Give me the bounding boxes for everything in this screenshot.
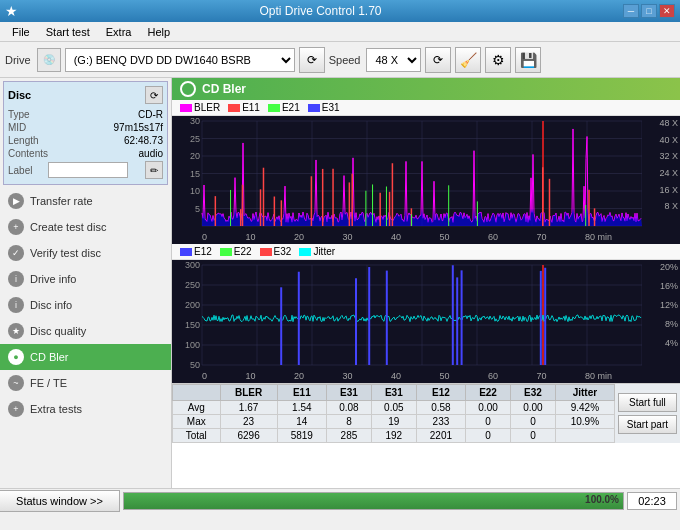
avg-e22: 0.00	[466, 401, 511, 415]
sidebar-item-verify-test-disc-label: Verify test disc	[30, 247, 101, 259]
drive-label: Drive	[5, 54, 31, 66]
menu-extra[interactable]: Extra	[98, 24, 140, 40]
sidebar-item-extra-tests[interactable]: + Extra tests	[0, 396, 171, 422]
action-buttons-area: Start full Start part	[615, 384, 680, 443]
jitter-label: Jitter	[313, 246, 335, 257]
chart-header: CD Bler	[172, 78, 680, 100]
sidebar-item-create-test-disc[interactable]: + Create test disc	[0, 214, 171, 240]
sidebar-item-drive-info-label: Drive info	[30, 273, 76, 285]
length-label: Length	[8, 135, 39, 146]
close-button[interactable]: ✕	[659, 4, 675, 18]
jitter-color	[299, 248, 311, 256]
disc-quality-icon: ★	[8, 323, 24, 339]
max-e31a: 8	[326, 415, 371, 429]
total-bler: 6296	[220, 429, 277, 443]
content-area: CD Bler BLER E11 E21 E31	[172, 78, 680, 488]
table-row-avg: Avg 1.67 1.54 0.08 0.05 0.58 0.00 0.00 9…	[173, 401, 615, 415]
table-row-total: Total 6296 5819 285 192 2201 0 0	[173, 429, 615, 443]
menu-help[interactable]: Help	[139, 24, 178, 40]
sidebar-item-transfer-rate-label: Transfer rate	[30, 195, 93, 207]
sidebar-item-disc-quality[interactable]: ★ Disc quality	[0, 318, 171, 344]
cd-bler-header-icon	[180, 81, 196, 97]
titlebar: ★ Opti Drive Control 1.70 ─ □ ✕	[0, 0, 680, 22]
col-header-e22: E22	[466, 385, 511, 401]
bottom-chart-y-right: 20% 16% 12% 8% 4%	[642, 260, 680, 369]
label-input[interactable]	[48, 162, 128, 178]
total-jitter	[555, 429, 614, 443]
sidebar-item-disc-quality-label: Disc quality	[30, 325, 86, 337]
start-part-button[interactable]: Start part	[618, 415, 677, 434]
transfer-rate-icon: ▶	[8, 193, 24, 209]
minimize-button[interactable]: ─	[623, 4, 639, 18]
progress-bar-container: 100.0%	[123, 492, 624, 510]
disc-refresh-button[interactable]: ⟳	[145, 86, 163, 104]
e31-label: E31	[322, 102, 340, 113]
max-bler: 23	[220, 415, 277, 429]
menu-file[interactable]: File	[4, 24, 38, 40]
max-e12: 233	[416, 415, 465, 429]
disc-panel: Disc ⟳ Type CD-R MID 97m15s17f Length 62…	[3, 81, 168, 185]
stats-bottom: BLER E11 E31 E31 E12 E22 E32 Jitter Avg	[172, 383, 680, 443]
col-header-e32: E32	[510, 385, 555, 401]
e12-label: E12	[194, 246, 212, 257]
drive-icon: 💿	[37, 48, 61, 72]
sidebar-item-extra-tests-label: Extra tests	[30, 403, 82, 415]
total-e32: 0	[510, 429, 555, 443]
total-e22: 0	[466, 429, 511, 443]
sidebar-item-verify-test-disc[interactable]: ✓ Verify test disc	[0, 240, 171, 266]
start-full-button[interactable]: Start full	[618, 393, 677, 412]
speed-select[interactable]: 48 X 40 X 32 X 24 X 16 X	[366, 48, 421, 72]
main-area: Disc ⟳ Type CD-R MID 97m15s17f Length 62…	[0, 78, 680, 488]
total-e11: 5819	[277, 429, 326, 443]
e12-color	[180, 248, 192, 256]
statusbar: Status window >> 100.0% 02:23	[0, 488, 680, 512]
app-icon: ★	[5, 3, 18, 19]
create-test-disc-icon: +	[8, 219, 24, 235]
speed-refresh-button[interactable]: ⟳	[425, 47, 451, 73]
e22-color	[220, 248, 232, 256]
e21-label: E21	[282, 102, 300, 113]
sidebar-item-fe-te[interactable]: ~ FE / TE	[0, 370, 171, 396]
progress-text: 100.0%	[585, 494, 619, 505]
erase-button[interactable]: 🧹	[455, 47, 481, 73]
drive-refresh-button[interactable]: ⟳	[299, 47, 325, 73]
bottom-chart-canvas	[172, 260, 680, 370]
contents-value: audio	[139, 148, 163, 159]
avg-e32: 0.00	[510, 401, 555, 415]
max-e11: 14	[277, 415, 326, 429]
label-edit-button[interactable]: ✏	[145, 161, 163, 179]
speed-label: Speed	[329, 54, 361, 66]
sidebar-item-drive-info[interactable]: i Drive info	[0, 266, 171, 292]
bottom-chart-legend: E12 E22 E32 Jitter	[172, 244, 680, 260]
sidebar-item-disc-info[interactable]: i Disc info	[0, 292, 171, 318]
save-button[interactable]: 💾	[515, 47, 541, 73]
type-label: Type	[8, 109, 30, 120]
avg-e12: 0.58	[416, 401, 465, 415]
progress-bar-fill	[124, 493, 623, 509]
avg-jitter: 9.42%	[555, 401, 614, 415]
sidebar-item-transfer-rate[interactable]: ▶ Transfer rate	[0, 188, 171, 214]
stats-table-container: BLER E11 E31 E31 E12 E22 E32 Jitter Avg	[172, 384, 615, 443]
menu-start-test[interactable]: Start test	[38, 24, 98, 40]
mid-value: 97m15s17f	[114, 122, 163, 133]
contents-label: Contents	[8, 148, 48, 159]
e11-label: E11	[242, 102, 260, 113]
max-e32: 0	[510, 415, 555, 429]
drive-select[interactable]: (G:) BENQ DVD DD DW1640 BSRB	[65, 48, 295, 72]
sidebar-item-fe-te-label: FE / TE	[30, 377, 67, 389]
sidebar-item-disc-info-label: Disc info	[30, 299, 72, 311]
time-display: 02:23	[627, 492, 677, 510]
avg-e31b: 0.05	[371, 401, 416, 415]
settings-button[interactable]: ⚙	[485, 47, 511, 73]
avg-bler: 1.67	[220, 401, 277, 415]
col-header-jitter: Jitter	[555, 385, 614, 401]
bottom-chart-x-axis: 0 10 20 30 40 50 60 70 80 min	[172, 370, 680, 383]
top-chart-area: 48 X 40 X 32 X 24 X 16 X 8 X	[172, 116, 680, 231]
maximize-button[interactable]: □	[641, 4, 657, 18]
app-title: Opti Drive Control 1.70	[18, 4, 623, 18]
legend-e32: E32	[260, 246, 292, 257]
bottom-chart-x-labels: 0 10 20 30 40 50 60 70 80 min	[202, 371, 650, 381]
status-window-button[interactable]: Status window >>	[0, 490, 120, 512]
sidebar-item-cd-bler[interactable]: ● CD Bler	[0, 344, 171, 370]
e31-color	[308, 104, 320, 112]
